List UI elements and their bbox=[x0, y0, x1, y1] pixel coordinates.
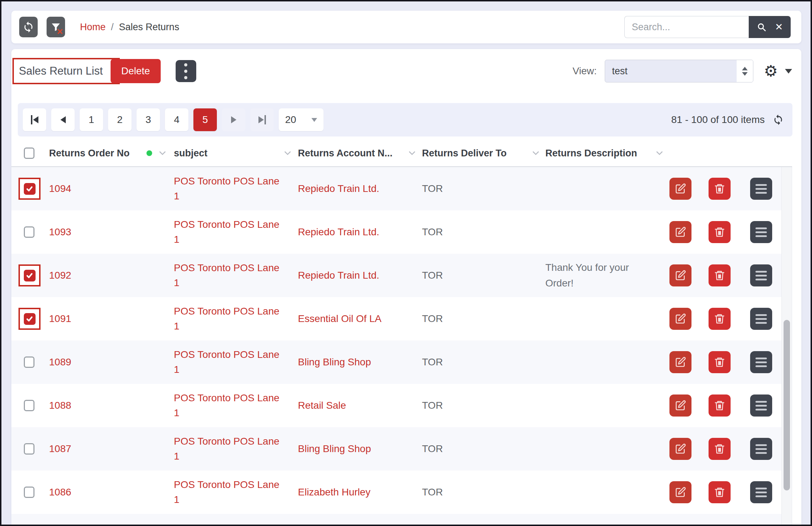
sort-chevron-icon[interactable] bbox=[284, 151, 292, 156]
edit-row-button[interactable] bbox=[669, 178, 691, 200]
edit-row-button[interactable] bbox=[669, 394, 691, 417]
gear-icon[interactable]: ⚙ bbox=[764, 63, 778, 79]
table-row: 1094POS Toronto POS Lane 1Repiedo Train … bbox=[11, 167, 792, 210]
col-header-returns-deliver-to[interactable]: Returns Deliver To bbox=[422, 148, 507, 159]
prev-page-button[interactable] bbox=[51, 108, 75, 131]
breadcrumb-home-link[interactable]: Home bbox=[80, 22, 106, 33]
refresh-list-button[interactable] bbox=[773, 114, 784, 125]
row-checkbox[interactable] bbox=[24, 226, 34, 238]
select-all-checkbox[interactable] bbox=[24, 147, 34, 159]
order-no-link[interactable]: 1089 bbox=[49, 356, 71, 368]
account-name-cell[interactable]: Retail Sale bbox=[298, 400, 346, 411]
col-header-returns-account[interactable]: Returns Account N... bbox=[298, 148, 392, 159]
edit-icon bbox=[675, 313, 686, 324]
subject-cell[interactable]: POS Toronto POS Lane 1 bbox=[174, 391, 284, 420]
row-menu-button[interactable] bbox=[750, 481, 772, 503]
delete-row-button[interactable] bbox=[709, 438, 731, 460]
row-menu-button[interactable] bbox=[750, 178, 772, 200]
account-name-cell[interactable]: Essential Oil Of LA bbox=[298, 313, 381, 324]
order-no-link[interactable]: 1091 bbox=[49, 313, 71, 324]
trash-icon bbox=[714, 400, 725, 411]
account-name-cell[interactable]: Bling Bling Shop bbox=[298, 356, 371, 368]
order-no-link[interactable]: 1092 bbox=[49, 270, 71, 281]
row-checkbox[interactable] bbox=[24, 443, 34, 455]
page-size-select[interactable]: 20 bbox=[279, 108, 324, 131]
edit-icon bbox=[675, 356, 686, 368]
table-scrollbar-thumb[interactable] bbox=[784, 320, 790, 490]
refresh-button[interactable] bbox=[19, 17, 38, 37]
breadcrumb-current: Sales Returns bbox=[119, 22, 180, 33]
search-clear-button[interactable]: ✕ bbox=[775, 22, 783, 32]
row-checkbox[interactable] bbox=[24, 400, 34, 411]
app-window: ✕ Home / Sales Returns ✕ Sales Return Li… bbox=[0, 0, 812, 526]
account-name-cell[interactable]: Bling Bling Shop bbox=[298, 443, 371, 455]
order-no-link[interactable]: 1093 bbox=[49, 226, 71, 238]
account-name-cell[interactable]: Repiedo Train Ltd. bbox=[298, 183, 379, 194]
row-checkbox[interactable] bbox=[24, 487, 34, 498]
edit-row-button[interactable] bbox=[669, 264, 691, 286]
edit-row-button[interactable] bbox=[669, 308, 691, 330]
row-checkbox[interactable] bbox=[24, 313, 36, 325]
row-menu-button[interactable] bbox=[750, 221, 772, 243]
page-button-1[interactable]: 1 bbox=[80, 108, 103, 131]
page-button-4[interactable]: 4 bbox=[165, 108, 188, 131]
subject-cell[interactable]: POS Toronto POS Lane 1 bbox=[174, 434, 284, 464]
row-menu-button[interactable] bbox=[750, 438, 772, 460]
delete-row-button[interactable] bbox=[709, 481, 731, 503]
subject-cell[interactable]: POS Toronto POS Lane 1 bbox=[174, 477, 284, 507]
sort-chevron-icon[interactable] bbox=[408, 151, 416, 156]
order-no-link[interactable]: 1094 bbox=[49, 183, 71, 194]
delete-button[interactable]: Delete bbox=[111, 59, 161, 83]
account-name-cell[interactable]: Repiedo Train Ltd. bbox=[298, 270, 379, 281]
row-menu-button[interactable] bbox=[750, 308, 772, 330]
edit-row-button[interactable] bbox=[669, 221, 691, 243]
sort-chevron-icon[interactable] bbox=[532, 151, 540, 156]
page-button-2[interactable]: 2 bbox=[108, 108, 132, 131]
edit-row-button[interactable] bbox=[669, 481, 691, 503]
next-page-button[interactable] bbox=[222, 108, 245, 131]
view-select[interactable]: test bbox=[605, 60, 753, 82]
order-no-link[interactable]: 1086 bbox=[49, 487, 71, 498]
delete-row-button[interactable] bbox=[709, 351, 731, 373]
delete-row-button[interactable] bbox=[709, 308, 731, 330]
col-header-subject[interactable]: subject bbox=[174, 148, 208, 159]
search-input[interactable] bbox=[624, 16, 749, 38]
page-button-5[interactable]: 5 bbox=[193, 108, 217, 131]
first-page-button[interactable] bbox=[23, 108, 46, 131]
row-menu-button[interactable] bbox=[750, 394, 772, 417]
edit-row-button[interactable] bbox=[669, 351, 691, 373]
row-menu-button[interactable] bbox=[750, 264, 772, 286]
row-checkbox[interactable] bbox=[24, 270, 36, 281]
account-name-cell[interactable]: Elizabeth Hurley bbox=[298, 487, 370, 498]
subject-cell[interactable]: POS Toronto POS Lane 1 bbox=[174, 304, 284, 334]
row-menu-button[interactable] bbox=[750, 351, 772, 373]
hamburger-menu-icon bbox=[755, 444, 767, 446]
col-header-returns-description[interactable]: Returns Description bbox=[545, 148, 637, 159]
col-header-returns-order-no[interactable]: Returns Order No bbox=[49, 148, 130, 159]
row-checkbox[interactable] bbox=[24, 183, 36, 195]
order-no-link[interactable]: 1088 bbox=[49, 400, 71, 411]
row-checkbox[interactable] bbox=[24, 356, 34, 368]
account-name-cell[interactable]: Repiedo Train Ltd. bbox=[298, 226, 379, 238]
hamburger-menu-icon bbox=[755, 227, 767, 229]
delete-row-button[interactable] bbox=[709, 221, 731, 243]
sort-chevron-icon[interactable] bbox=[656, 151, 663, 156]
last-page-button[interactable] bbox=[250, 108, 274, 131]
delete-row-button[interactable] bbox=[709, 264, 731, 286]
search-submit-button[interactable] bbox=[757, 22, 766, 32]
edit-row-button[interactable] bbox=[669, 438, 691, 460]
table-row: 1089POS Toronto POS Lane 1Bling Bling Sh… bbox=[11, 340, 792, 384]
delete-row-button[interactable] bbox=[709, 178, 731, 200]
chevron-down-icon[interactable] bbox=[785, 69, 792, 74]
subject-cell[interactable]: POS Toronto POS Lane 1 bbox=[174, 174, 284, 204]
clear-filter-button[interactable]: ✕ bbox=[47, 17, 65, 37]
subject-cell[interactable]: POS Toronto POS Lane 1 bbox=[174, 217, 284, 247]
subject-cell[interactable]: POS Toronto POS Lane 1 bbox=[174, 347, 284, 377]
delete-row-button[interactable] bbox=[709, 394, 731, 417]
kebab-menu-button[interactable] bbox=[176, 60, 196, 82]
order-no-link[interactable]: 1087 bbox=[49, 443, 71, 455]
page-button-3[interactable]: 3 bbox=[137, 108, 160, 131]
subject-cell[interactable]: POS Toronto POS Lane 1 bbox=[174, 521, 284, 526]
sort-chevron-icon[interactable] bbox=[159, 151, 166, 156]
subject-cell[interactable]: POS Toronto POS Lane 1 bbox=[174, 261, 284, 290]
